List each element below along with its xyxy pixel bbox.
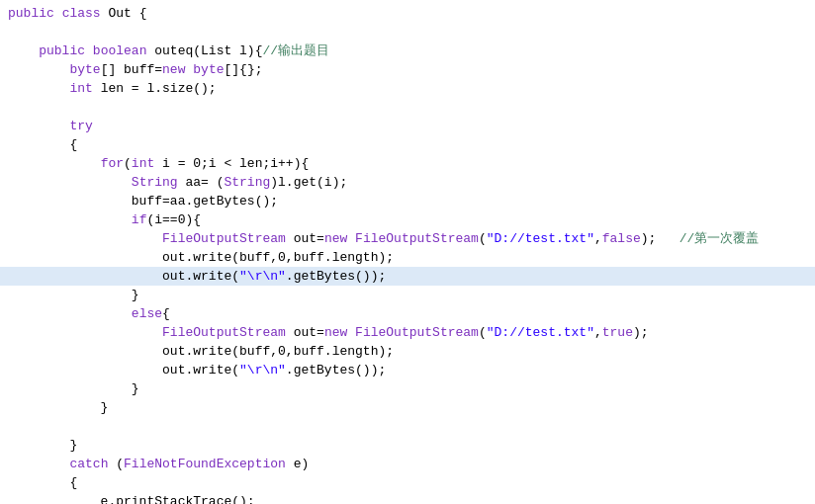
- code-line-24: }: [0, 436, 815, 455]
- code-line-21: }: [0, 379, 815, 398]
- code-line-16: }: [0, 286, 815, 304]
- code-editor: public class Out { public boolean outeq(…: [0, 0, 815, 504]
- code-line-26: {: [0, 473, 815, 492]
- code-line-23: [0, 417, 815, 436]
- code-line-20: out.write("\r\n".getBytes());: [0, 361, 815, 379]
- code-line-6: [0, 98, 815, 117]
- code-line-9: for(int i = 0;i < len;i++){: [0, 154, 815, 173]
- code-line-12: if(i==0){: [0, 210, 815, 229]
- code-line-10: String aa= (String)l.get(i);: [0, 173, 815, 192]
- code-line-3: public boolean outeq(List l){//输出题目: [0, 42, 815, 60]
- code-line-18: FileOutputStream out=new FileOutputStrea…: [0, 323, 815, 342]
- code-line-7: try: [0, 117, 815, 135]
- code-line-15: out.write("\r\n".getBytes());: [0, 267, 815, 286]
- code-line-11: buff=aa.getBytes();: [0, 192, 815, 210]
- code-line-14: out.write(buff,0,buff.length);: [0, 248, 815, 267]
- code-line-13: FileOutputStream out=new FileOutputStrea…: [0, 229, 815, 248]
- code-line-8: {: [0, 135, 815, 154]
- code-line-1: public class Out {: [0, 4, 815, 23]
- code-line-17: else{: [0, 304, 815, 323]
- code-line-2: [0, 23, 815, 42]
- code-line-5: int len = l.size();: [0, 79, 815, 98]
- code-line-22: }: [0, 398, 815, 417]
- code-line-27: e.printStackTrace();: [0, 492, 815, 504]
- code-line-19: out.write(buff,0,buff.length);: [0, 342, 815, 361]
- code-line-25: catch (FileNotFoundException e): [0, 455, 815, 473]
- code-line-4: byte[] buff=new byte[]{};: [0, 60, 815, 79]
